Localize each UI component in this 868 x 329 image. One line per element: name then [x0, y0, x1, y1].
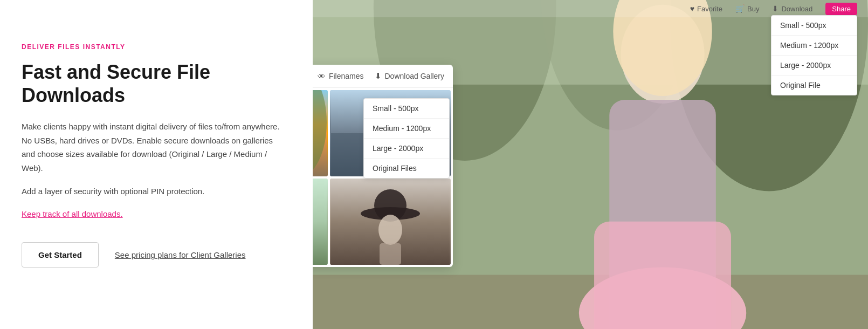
share-button[interactable]: Share: [825, 3, 857, 15]
photo-cell-3[interactable]: [313, 179, 328, 265]
dropdown-item-medium[interactable]: Medium - 1200px: [771, 36, 857, 56]
svg-point-28: [378, 215, 402, 245]
buy-action[interactable]: 🛒 Buy: [735, 4, 759, 13]
download-gallery-toggle[interactable]: ⬇ Download Gallery Small - 500px Medium …: [375, 71, 445, 81]
photo-cell-4[interactable]: [330, 179, 451, 265]
get-started-button[interactable]: Get Started: [22, 242, 99, 268]
cta-row: Get Started See pricing plans for Client…: [22, 242, 280, 268]
svg-rect-9: [594, 222, 731, 329]
dropdown-item-original[interactable]: Original File: [771, 76, 857, 95]
eyebrow-label: DELIVER FILES INSTANTLY: [22, 43, 280, 51]
gallery-dropdown-large[interactable]: Large - 2000px: [364, 139, 449, 159]
description-3: Keep track of all downloads.: [22, 207, 280, 221]
gallery-download-dropdown: Small - 500px Medium - 1200px Large - 20…: [363, 98, 450, 179]
filenames-toggle[interactable]: 👁 Filenames: [318, 72, 364, 81]
left-panel: DELIVER FILES INSTANTLY Fast and Secure …: [0, 0, 313, 329]
right-panel: ♥ Favorite 🛒 Buy ⬇ Download Share Small …: [313, 0, 868, 329]
download-icon: ⬇: [772, 4, 779, 13]
download-action[interactable]: ⬇ Download: [772, 4, 812, 13]
top-download-dropdown: Small - 500px Medium - 1200px Large - 20…: [771, 15, 857, 95]
description-1: Make clients happy with instant digital …: [22, 120, 280, 175]
gallery-toolbar: 👁 Filenames ⬇ Download Gallery Small - 5…: [313, 65, 453, 88]
main-heading: Fast and Secure File Downloads: [22, 60, 280, 107]
svg-rect-29: [380, 243, 401, 265]
pricing-link-button[interactable]: See pricing plans for Client Galleries: [115, 250, 246, 259]
eye-icon: 👁: [318, 72, 326, 81]
gallery-card: 👁 Filenames ⬇ Download Gallery Small - 5…: [313, 65, 453, 267]
gallery-dropdown-original[interactable]: Original Files: [364, 159, 449, 178]
gallery-dropdown-medium[interactable]: Medium - 1200px: [364, 119, 449, 139]
cart-icon: 🛒: [735, 4, 745, 13]
heart-icon: ♥: [690, 4, 694, 13]
description-2: Add a layer of security with optional PI…: [22, 184, 280, 198]
photo-cell-1[interactable]: [313, 90, 328, 176]
svg-rect-21: [313, 179, 327, 265]
dropdown-item-small[interactable]: Small - 500px: [771, 16, 857, 36]
favorite-action[interactable]: ♥ Favorite: [690, 4, 722, 13]
gallery-dropdown-small[interactable]: Small - 500px: [364, 99, 449, 119]
download-gallery-icon: ⬇: [375, 71, 382, 81]
dropdown-item-large[interactable]: Large - 2000px: [771, 56, 857, 76]
